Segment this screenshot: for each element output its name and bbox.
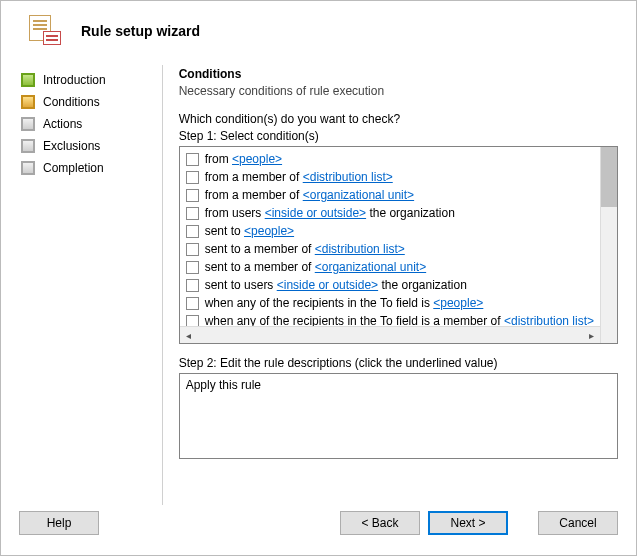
scrollbar-thumb[interactable] <box>601 147 617 207</box>
body: Introduction Conditions Actions Exclusio… <box>1 65 636 505</box>
condition-checkbox[interactable] <box>186 297 199 310</box>
sidebar-item-actions[interactable]: Actions <box>19 113 162 135</box>
wizard-window: Rule setup wizard Introduction Condition… <box>0 0 637 556</box>
condition-checkbox[interactable] <box>186 243 199 256</box>
vertical-divider <box>162 65 163 505</box>
condition-text: from a member of <organizational unit> <box>205 188 414 202</box>
condition-checkbox[interactable] <box>186 207 199 220</box>
condition-checkbox[interactable] <box>186 189 199 202</box>
condition-value-link[interactable]: <people> <box>433 296 483 310</box>
condition-text: sent to users <inside or outside> the or… <box>205 278 467 292</box>
condition-text: when any of the recipients in the To fie… <box>205 296 484 310</box>
wizard-icon <box>29 15 61 47</box>
step-icon <box>21 139 35 153</box>
condition-value-link[interactable]: <distribution list> <box>504 314 594 326</box>
condition-value-link[interactable]: <distribution list> <box>315 242 405 256</box>
next-button[interactable]: Next > <box>428 511 508 535</box>
header: Rule setup wizard <box>1 1 636 65</box>
page-subtitle: Necessary conditions of rule execution <box>179 84 618 98</box>
condition-row[interactable]: sent to a member of <organizational unit… <box>180 258 600 276</box>
step-icon <box>21 117 35 131</box>
condition-checkbox[interactable] <box>186 315 199 327</box>
condition-row[interactable]: sent to users <inside or outside> the or… <box>180 276 600 294</box>
condition-row[interactable]: from <people> <box>180 150 600 168</box>
condition-value-link[interactable]: <distribution list> <box>303 170 393 184</box>
footer: Help < Back Next > Cancel <box>1 505 636 555</box>
conditions-list: from <people>from a member of <distribut… <box>180 147 600 326</box>
condition-text: sent to a member of <distribution list> <box>205 242 405 256</box>
help-button[interactable]: Help <box>19 511 99 535</box>
condition-value-link[interactable]: <people> <box>244 224 294 238</box>
condition-checkbox[interactable] <box>186 279 199 292</box>
conditions-question: Which condition(s) do you want to check? <box>179 112 618 126</box>
condition-value-link[interactable]: <organizational unit> <box>315 260 426 274</box>
step-icon <box>21 73 35 87</box>
condition-row[interactable]: from a member of <organizational unit> <box>180 186 600 204</box>
condition-text: sent to <people> <box>205 224 294 238</box>
condition-value-link[interactable]: <organizational unit> <box>303 188 414 202</box>
step-icon <box>21 95 35 109</box>
condition-checkbox[interactable] <box>186 153 199 166</box>
main-panel: Conditions Necessary conditions of rule … <box>179 65 636 505</box>
sidebar-item-exclusions[interactable]: Exclusions <box>19 135 162 157</box>
condition-checkbox[interactable] <box>186 171 199 184</box>
condition-row[interactable]: sent to <people> <box>180 222 600 240</box>
condition-value-link[interactable]: <inside or outside> <box>277 278 378 292</box>
step2-label: Step 2: Edit the rule descriptions (clic… <box>179 356 618 370</box>
step1-label: Step 1: Select condition(s) <box>179 129 618 143</box>
back-button[interactable]: < Back <box>340 511 420 535</box>
sidebar-item-label: Actions <box>43 117 82 131</box>
horizontal-scrollbar[interactable]: ◂ ▸ <box>180 326 600 343</box>
step-icon <box>21 161 35 175</box>
sidebar-item-conditions[interactable]: Conditions <box>19 91 162 113</box>
condition-text: when any of the recipients in the To fie… <box>205 314 594 326</box>
page-title: Conditions <box>179 67 618 81</box>
sidebar-item-label: Introduction <box>43 73 106 87</box>
rule-description-box[interactable]: Apply this rule <box>179 373 618 459</box>
condition-text: from a member of <distribution list> <box>205 170 393 184</box>
conditions-listbox: from <people>from a member of <distribut… <box>179 146 618 344</box>
condition-value-link[interactable]: <inside or outside> <box>265 206 366 220</box>
condition-row[interactable]: from a member of <distribution list> <box>180 168 600 186</box>
condition-text: from users <inside or outside> the organ… <box>205 206 455 220</box>
sidebar-item-label: Completion <box>43 161 104 175</box>
sidebar-item-completion[interactable]: Completion <box>19 157 162 179</box>
sidebar-item-introduction[interactable]: Introduction <box>19 69 162 91</box>
sidebar-nav: Introduction Conditions Actions Exclusio… <box>19 65 162 505</box>
rule-description-text: Apply this rule <box>186 378 261 392</box>
condition-text: sent to a member of <organizational unit… <box>205 260 426 274</box>
scroll-left-icon[interactable]: ◂ <box>180 327 197 344</box>
wizard-title: Rule setup wizard <box>81 23 200 39</box>
condition-value-link[interactable]: <people> <box>232 152 282 166</box>
condition-checkbox[interactable] <box>186 261 199 274</box>
sidebar-item-label: Exclusions <box>43 139 100 153</box>
vertical-scrollbar[interactable] <box>600 147 617 343</box>
condition-row[interactable]: when any of the recipients in the To fie… <box>180 312 600 326</box>
condition-text: from <people> <box>205 152 282 166</box>
sidebar-item-label: Conditions <box>43 95 100 109</box>
scroll-right-icon[interactable]: ▸ <box>583 327 600 344</box>
condition-row[interactable]: from users <inside or outside> the organ… <box>180 204 600 222</box>
condition-row[interactable]: sent to a member of <distribution list> <box>180 240 600 258</box>
condition-row[interactable]: when any of the recipients in the To fie… <box>180 294 600 312</box>
cancel-button[interactable]: Cancel <box>538 511 618 535</box>
condition-checkbox[interactable] <box>186 225 199 238</box>
